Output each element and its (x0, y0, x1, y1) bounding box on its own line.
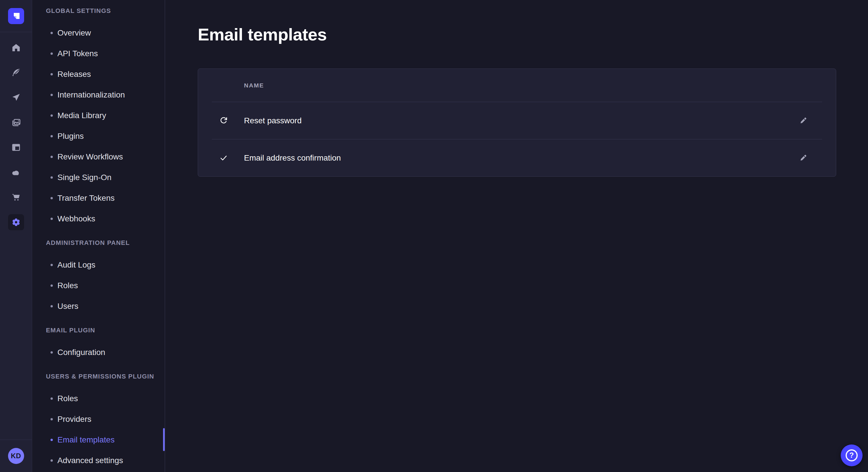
name-column-header: NAME (244, 82, 264, 89)
subnav-item-internationalization[interactable]: Internationalization (32, 85, 165, 105)
subnav-section-global-settings: Global Settings (46, 7, 165, 15)
template-name: Reset password (244, 116, 302, 125)
subnav-item-label: Overview (57, 28, 91, 38)
refresh-icon (219, 116, 228, 125)
bullet-icon (51, 217, 53, 220)
edit-email-confirmation-button[interactable] (794, 149, 812, 167)
subnav-item-admin-roles[interactable]: Roles (32, 275, 165, 296)
subnav-item-label: Advanced settings (57, 456, 123, 465)
bullet-icon (51, 351, 53, 353)
bullet-icon (51, 114, 53, 117)
bullet-icon (51, 53, 53, 55)
help-button[interactable]: ? (841, 444, 863, 466)
bullet-icon (51, 135, 53, 137)
table-row-reset-password[interactable]: Reset password (198, 102, 836, 139)
subnav-section-administration-panel: Administration Panel (46, 239, 165, 247)
cart-icon[interactable] (8, 189, 24, 205)
main-nav-rail: KD (0, 0, 32, 472)
bullet-icon (51, 418, 53, 420)
subnav-item-media-library[interactable]: Media Library (32, 105, 165, 126)
edit-reset-password-button[interactable] (794, 111, 812, 130)
gear-icon[interactable] (8, 214, 24, 230)
subnav-item-label: Review Workflows (57, 152, 123, 162)
bullet-icon (51, 156, 53, 158)
subnav-item-releases[interactable]: Releases (32, 64, 165, 85)
subnav-item-audit-logs[interactable]: Audit Logs (32, 255, 165, 275)
subnav-item-admin-users[interactable]: Users (32, 296, 165, 316)
main-content: Email templates NAME Reset password (165, 0, 868, 472)
subnav-item-webhooks[interactable]: Webhooks (32, 208, 165, 229)
subnav-list-users-permissions-plugin: Roles Providers Email templates Advanced… (32, 388, 165, 471)
subnav-item-api-tokens[interactable]: API Tokens (32, 43, 165, 64)
subnav-item-providers[interactable]: Providers (32, 409, 165, 430)
subnav-item-label: Audit Logs (57, 260, 95, 270)
bullet-icon (51, 305, 53, 307)
bullet-icon (51, 439, 53, 441)
subnav-item-label: Single Sign-On (57, 173, 112, 182)
subnav-item-label: Roles (57, 394, 78, 403)
subnav-item-label: Plugins (57, 132, 84, 141)
bullet-icon (51, 94, 53, 96)
subnav-item-label: API Tokens (57, 49, 98, 58)
subnav-list-global-settings: Overview API Tokens Releases Internation… (32, 23, 165, 229)
subnav-item-advanced-settings[interactable]: Advanced settings (32, 450, 165, 471)
feather-icon[interactable] (8, 65, 24, 80)
subnav-item-label: Internationalization (57, 90, 125, 100)
logo-section (0, 0, 32, 32)
subnav-item-configuration[interactable]: Configuration (32, 342, 165, 363)
table-row-email-confirmation[interactable]: Email address confirmation (198, 139, 836, 176)
subnav-item-up-roles[interactable]: Roles (32, 388, 165, 409)
bullet-icon (51, 398, 53, 400)
subnav-item-label: Configuration (57, 348, 105, 357)
subnav-section-users-permissions-plugin: Users & Permissions Plugin (46, 372, 165, 380)
settings-subnav: Global Settings Overview API Tokens Rele… (32, 0, 165, 472)
subnav-item-label: Webhooks (57, 214, 95, 224)
bullet-icon (51, 460, 53, 462)
subnav-list-administration-panel: Audit Logs Roles Users (32, 255, 165, 316)
pencil-icon (799, 154, 807, 162)
media-library-icon[interactable] (8, 114, 24, 131)
subnav-item-label: Media Library (57, 111, 106, 120)
subnav-item-review-workflows[interactable]: Review Workflows (32, 146, 165, 167)
template-name: Email address confirmation (244, 154, 341, 163)
app-window: KD Global Settings Overview API Tokens R… (0, 0, 868, 472)
bullet-icon (51, 264, 53, 266)
table-header-row: NAME (198, 69, 836, 102)
subnav-item-single-sign-on[interactable]: Single Sign-On (32, 167, 165, 188)
rail-icon-list (8, 32, 24, 239)
email-templates-table: NAME Reset password (198, 69, 836, 177)
page-title: Email templates (198, 25, 836, 44)
subnav-item-label: Transfer Tokens (57, 194, 115, 203)
avatar-section: KD (0, 440, 32, 472)
layout-icon[interactable] (8, 139, 24, 156)
cloud-icon[interactable] (8, 164, 24, 180)
subnav-item-label: Roles (57, 281, 78, 290)
bullet-icon (51, 32, 53, 34)
bullet-icon (51, 284, 53, 287)
strapi-logo-icon (8, 8, 24, 24)
user-avatar[interactable]: KD (8, 448, 24, 464)
subnav-item-label: Releases (57, 70, 91, 79)
home-icon[interactable] (8, 40, 24, 56)
bullet-icon (51, 176, 53, 179)
subnav-item-label: Providers (57, 415, 91, 424)
subnav-item-transfer-tokens[interactable]: Transfer Tokens (32, 188, 165, 208)
subnav-item-label: Email templates (57, 435, 115, 444)
subnav-section-email-plugin: Email Plugin (46, 326, 165, 334)
bullet-icon (51, 73, 53, 75)
check-icon (219, 154, 228, 163)
bullet-icon (51, 197, 53, 199)
subnav-item-overview[interactable]: Overview (32, 23, 165, 43)
subnav-list-email-plugin: Configuration (32, 342, 165, 363)
pencil-icon (799, 116, 807, 125)
question-mark-icon: ? (846, 449, 858, 461)
subnav-item-plugins[interactable]: Plugins (32, 126, 165, 146)
subnav-scrollbar-thumb[interactable] (163, 428, 165, 451)
subnav-item-label: Users (57, 302, 79, 311)
subnav-item-email-templates[interactable]: Email templates (32, 430, 165, 450)
paper-plane-icon[interactable] (8, 90, 24, 105)
strapi-logo[interactable] (8, 8, 24, 24)
